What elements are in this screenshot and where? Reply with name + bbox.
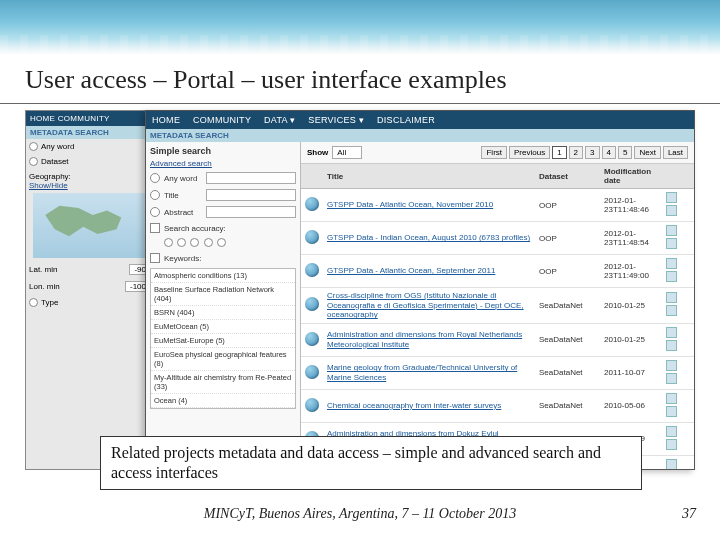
back-lat-row: Lat. min -90 [26,261,154,278]
radio-icon[interactable] [29,298,38,307]
keyword-item[interactable]: Baseline Surface Radiation Network (404) [151,283,295,306]
pager-last[interactable]: Last [663,146,688,159]
result-title-link[interactable]: Marine geology from Graduate/Technical U… [327,363,517,382]
action-icon[interactable] [666,459,677,469]
globe-icon[interactable] [305,398,319,412]
result-title-link[interactable]: Administration and dimensions from Royal… [327,330,522,349]
keywords-label: Keywords: [164,254,201,263]
action-icon[interactable] [666,225,677,236]
back-lat-label: Lat. min [29,265,129,274]
portal-body: Simple search Advanced search Any word T… [146,142,694,469]
pager-page[interactable]: 4 [602,146,616,159]
back-type-row[interactable]: Type [26,295,154,310]
title-input[interactable] [206,189,296,201]
action-icon[interactable] [666,406,677,417]
abstract-field: Abstract [150,206,296,218]
front-navbar[interactable]: HOME COMMUNITY DATA ▾ SERVICES ▾ DISCLAI… [146,111,694,129]
globe-icon[interactable] [305,297,319,311]
action-icon[interactable] [666,393,677,404]
nav-community[interactable]: COMMUNITY [193,115,251,125]
result-date: 2012-01-23T11:48:54 [600,222,662,255]
back-dataset-row[interactable]: Dataset [26,154,154,169]
keyword-item[interactable]: Atmospheric conditions (13) [151,269,295,283]
anyword-input[interactable] [206,172,296,184]
back-anyword-row[interactable]: Any word [26,139,154,154]
action-icon[interactable] [666,271,677,282]
abstract-label: Abstract [164,208,206,217]
col-actions [662,164,694,189]
radio-icon[interactable] [150,207,160,217]
globe-icon[interactable] [305,197,319,211]
col-date[interactable]: Modification date [600,164,662,189]
action-icon[interactable] [666,426,677,437]
pager-next[interactable]: Next [634,146,660,159]
action-icon[interactable] [666,258,677,269]
action-icon[interactable] [666,192,677,203]
show-select[interactable]: All [332,146,362,159]
keyword-item[interactable]: My-Altitude air chemistry from Re-Peated… [151,371,295,394]
advanced-search-link[interactable]: Advanced search [150,159,212,168]
col-icon [301,164,323,189]
radio-icon[interactable] [150,173,160,183]
result-title-link[interactable]: GTSPP Data - Atlantic Ocean, November 20… [327,200,493,209]
keyword-item[interactable]: EuMetSat-Europe (5) [151,334,295,348]
keyword-item[interactable]: Ocean (4) [151,394,295,408]
pager-page[interactable]: 5 [618,146,632,159]
table-row: Administration and dimensions from Royal… [301,323,694,356]
back-section-label: METADATA SEARCH [26,126,154,139]
action-icon[interactable] [666,439,677,450]
mini-map[interactable] [33,193,148,258]
globe-icon[interactable] [305,230,319,244]
action-icon[interactable] [666,292,677,303]
radio-icon[interactable] [150,190,160,200]
back-lon-row: Lon. min -100 [26,278,154,295]
globe-icon[interactable] [305,365,319,379]
keyword-item[interactable]: BSRN (404) [151,306,295,320]
keywords-list[interactable]: Atmospheric conditions (13)Baseline Surf… [150,268,296,409]
back-showhide-link[interactable]: Show/Hide [26,181,154,190]
checkbox-icon[interactable] [150,223,160,233]
globe-icon[interactable] [305,332,319,346]
accuracy-radio[interactable] [164,238,173,247]
nav-disclaimer[interactable]: DISCLAIMER [377,115,435,125]
col-dataset[interactable]: Dataset [535,164,600,189]
pager-page[interactable]: 3 [585,146,599,159]
result-date: 2010-05-06 [600,389,662,422]
col-title[interactable]: Title [323,164,535,189]
keyword-item[interactable]: EuMetOcean (5) [151,320,295,334]
accuracy-radio[interactable] [217,238,226,247]
action-icon[interactable] [666,373,677,384]
action-icon[interactable] [666,327,677,338]
nav-home[interactable]: HOME [152,115,180,125]
radio-icon[interactable] [29,157,38,166]
action-icon[interactable] [666,305,677,316]
radio-icon[interactable] [29,142,38,151]
pager-previous[interactable]: Previous [509,146,550,159]
nav-services[interactable]: SERVICES ▾ [308,115,364,125]
page-number: 37 [682,506,696,522]
pager-page[interactable]: 2 [569,146,583,159]
checkbox-icon[interactable] [150,253,160,263]
results-table: Title Dataset Modification date GTSPP Da… [301,164,694,469]
result-title-link[interactable]: GTSPP Data - Atlantic Ocean, September 2… [327,266,495,275]
action-icon[interactable] [666,340,677,351]
back-navbar[interactable]: HOME COMMUNITY [26,111,154,126]
accuracy-radio[interactable] [190,238,199,247]
result-title-link[interactable]: Chemical oceanography from inter-water s… [327,401,501,410]
action-icon[interactable] [666,238,677,249]
keyword-item[interactable]: EuroSea physical geographical features (… [151,348,295,371]
pager-first[interactable]: First [481,146,507,159]
action-icon[interactable] [666,205,677,216]
globe-icon[interactable] [305,263,319,277]
results-table-wrap[interactable]: Title Dataset Modification date GTSPP Da… [301,164,694,469]
accuracy-radio[interactable] [177,238,186,247]
abstract-input[interactable] [206,206,296,218]
action-icon[interactable] [666,360,677,371]
front-section-label: METADATA SEARCH [146,129,694,142]
back-dataset-label: Dataset [41,157,151,166]
accuracy-radio[interactable] [204,238,213,247]
result-title-link[interactable]: Cross-discipline from OGS (Istituto Nazi… [327,291,524,319]
result-title-link[interactable]: GTSPP Data - Indian Ocean, August 2010 (… [327,233,530,242]
nav-data[interactable]: DATA ▾ [264,115,295,125]
pager-page[interactable]: 1 [552,146,566,159]
